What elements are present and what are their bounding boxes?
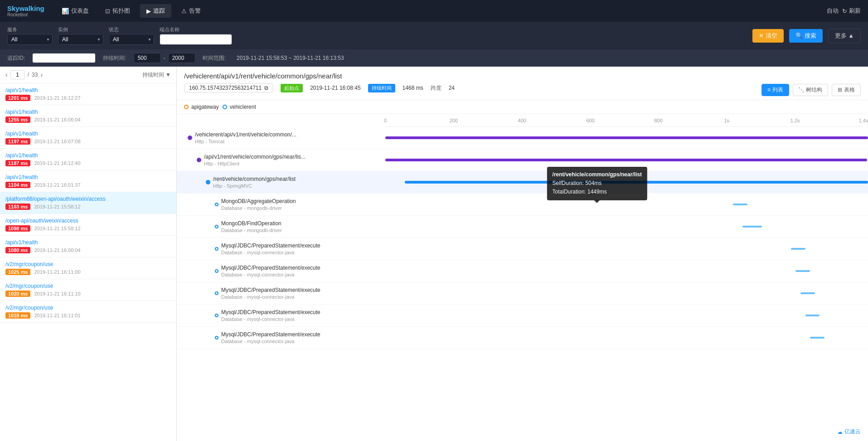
span-row[interactable]: /rent/vehicle/common/gps/near/list Http … — [177, 171, 868, 194]
trace-link[interactable]: /api/v1/health — [5, 109, 171, 115]
trace-badge: 1187 ms — [5, 160, 30, 166]
span-row[interactable]: /api/v1/rent/vehicle/common/gps/near/lis… — [177, 149, 868, 171]
trace-detail-title: /vehiclerent/api/v1/rent/vehicle/common/… — [184, 72, 861, 80]
span-dot — [215, 314, 218, 317]
view-tree-button[interactable]: ⋱ 树结构 — [793, 84, 828, 96]
view-list-button[interactable]: ≡ 列表 — [761, 84, 789, 96]
trace-meta: 1080 ms 2019-11-21 16:00:04 — [5, 247, 171, 253]
view-table-button[interactable]: ⊞ 表格 — [832, 84, 861, 96]
trace-item[interactable]: /platform88/open-api/oauth/weixin/access… — [0, 192, 176, 214]
refresh-icon: ↻ — [842, 8, 847, 15]
endpoint-input[interactable] — [160, 34, 232, 45]
trace-link[interactable]: /open-api/oauth/weixin/access — [5, 218, 171, 224]
search-button[interactable]: 🔍 搜索 — [789, 29, 823, 43]
nav-trace[interactable]: ▶ 追踪 — [140, 4, 171, 18]
span-name: Mysql/JDBC/PreparedStatement/execute — [221, 287, 320, 293]
trace-item[interactable]: /v2/mgr/coupon/use 1018 ms 2019-11-21 16… — [0, 301, 176, 323]
span-row[interactable]: Mysql/JDBC/PreparedStatement/execute Dat… — [177, 327, 868, 349]
span-row[interactable]: /vehiclerent/api/v1/rent/vehicle/common/… — [177, 127, 868, 149]
trace-badge: 1018 ms — [5, 312, 30, 319]
trace-meta: 1201 ms 2019-11-21 16:12:27 — [5, 95, 171, 101]
nav-dashboard[interactable]: 📊 仪表盘 — [55, 4, 95, 18]
span-bar-area — [385, 218, 868, 236]
span-row[interactable]: Mysql/JDBC/PreparedStatement/execute Dat… — [177, 238, 868, 260]
duration-min-input[interactable] — [134, 53, 161, 63]
sort-button[interactable]: 持续时间 ▼ — [142, 71, 171, 79]
nav-alert[interactable]: ⚠ 告警 — [175, 4, 207, 18]
service-select[interactable]: All — [7, 34, 53, 45]
trace-item[interactable]: /v2/mgr/coupon/use 1025 ms 2019-11-21 16… — [0, 257, 176, 279]
span-dot — [215, 225, 218, 228]
trace-badge: 1098 ms — [5, 225, 30, 232]
trace-link[interactable]: /api/v1/health — [5, 152, 171, 159]
trace-link[interactable]: /api/v1/health — [5, 87, 171, 93]
page-number-input[interactable] — [10, 70, 25, 79]
instance-filter: 实例 All — [58, 26, 103, 45]
service-name: vehiclerent — [230, 104, 256, 110]
trace-time: 2019-11-21 16:11:01 — [34, 313, 80, 318]
trace-item[interactable]: /api/v1/health 1104 ms 2019-11-21 16:01:… — [0, 170, 176, 192]
trace-item[interactable]: /api/v1/health 1255 ms 2019-11-21 16:06:… — [0, 105, 176, 127]
trace-link[interactable]: /v2/mgr/coupon/use — [5, 305, 171, 311]
ruler-label: 1.2s — [790, 118, 800, 123]
span-sub: Database - mongodb-driver — [221, 228, 282, 233]
clear-label: 清空 — [766, 32, 777, 40]
trace-item[interactable]: /v2/mgr/coupon/use 1020 ms 2019-11-21 16… — [0, 279, 176, 301]
span-name: /api/v1/rent/vehicle/common/gps/near/lis… — [204, 154, 305, 160]
sort-icon: ▼ — [165, 72, 171, 78]
span-text: Mysql/JDBC/PreparedStatement/execute Dat… — [221, 265, 320, 277]
trace-item[interactable]: /api/v1/health 1201 ms 2019-11-21 16:12:… — [0, 83, 176, 105]
trace-item[interactable]: /api/v1/health 1197 ms 2019-11-21 16:07:… — [0, 127, 176, 149]
trace-badge: 1020 ms — [5, 291, 30, 297]
service-dot — [223, 105, 227, 109]
chart-icon: 📊 — [62, 8, 69, 15]
more-button[interactable]: 更多 ▲ — [828, 29, 861, 43]
span-row[interactable]: Mysql/JDBC/PreparedStatement/execute Dat… — [177, 260, 868, 282]
nav-topology[interactable]: ⊡ 拓扑图 — [99, 4, 136, 18]
span-label: 跨度 — [431, 84, 441, 92]
span-bar-area — [385, 306, 868, 325]
trace-meta: 1020 ms 2019-11-21 16:11:10 — [5, 291, 171, 297]
refresh-button[interactable]: ↻ 刷新 — [842, 7, 861, 15]
trace-link[interactable]: /platform88/open-api/oauth/weixin/access — [5, 196, 171, 202]
span-row[interactable]: MongoDB/AggregateOperation Database - mo… — [177, 194, 868, 216]
nav-dashboard-label: 仪表盘 — [71, 7, 89, 15]
auto-button[interactable]: 自动 — [827, 7, 839, 15]
alert-icon: ⚠ — [181, 8, 187, 15]
instance-select[interactable]: All — [58, 34, 103, 45]
span-row[interactable]: Mysql/JDBC/PreparedStatement/execute Dat… — [177, 305, 868, 327]
span-dot — [215, 336, 218, 339]
span-text: /vehiclerent/api/v1/rent/vehicle/common/… — [195, 131, 296, 144]
trace-item[interactable]: /open-api/oauth/weixin/access 1098 ms 20… — [0, 214, 176, 236]
trace-link[interactable]: /v2/mgr/coupon/use — [5, 283, 171, 289]
trace-link[interactable]: /v2/mgr/coupon/use — [5, 261, 171, 267]
trace-icon: ▶ — [146, 8, 151, 15]
span-row[interactable]: Mysql/JDBC/PreparedStatement/execute Dat… — [177, 282, 868, 305]
trace-meta: 1197 ms 2019-11-21 16:07:08 — [5, 138, 171, 145]
duration-value: 1468 ms — [402, 85, 423, 91]
timeline-ruler: 02004006008001s1.2s1.4s — [385, 114, 863, 127]
top-navigation: Skywalking Rocketbot 📊 仪表盘 ⊡ 拓扑图 ▶ 追踪 ⚠ … — [0, 0, 868, 22]
trace-link[interactable]: /api/v1/health — [5, 174, 171, 180]
view-buttons: ≡ 列表 ⋱ 树结构 ⊞ 表格 — [761, 84, 861, 96]
duration-max-input[interactable] — [168, 53, 195, 63]
topology-icon: ⊡ — [105, 8, 110, 15]
span-bar — [733, 204, 747, 205]
status-select[interactable]: All — [109, 34, 154, 45]
span-bar-area — [385, 284, 868, 302]
table-icon: ⊞ — [838, 87, 842, 93]
trace-link[interactable]: /api/v1/health — [5, 239, 171, 246]
span-row[interactable]: MongoDB/FindOperation Database - mongodb… — [177, 216, 868, 238]
span-name: /rent/vehicle/common/gps/near/list — [213, 176, 296, 182]
clear-button[interactable]: ✕ 清空 — [752, 29, 784, 43]
trace-id-input[interactable] — [32, 53, 96, 63]
service-tag[interactable]: apigateway — [184, 104, 219, 110]
prev-page-button[interactable]: ‹ — [5, 71, 8, 78]
next-page-button[interactable]: › — [40, 71, 43, 78]
service-tag[interactable]: vehiclerent — [223, 104, 256, 110]
trace-item[interactable]: /api/v1/health 1080 ms 2019-11-21 16:00:… — [0, 236, 176, 257]
trace-item[interactable]: /api/v1/health 1187 ms 2019-11-21 16:12:… — [0, 149, 176, 170]
trace-link[interactable]: /api/v1/health — [5, 131, 171, 137]
cloud-icon: ☁ — [837, 429, 843, 435]
copy-icon[interactable]: ⧉ — [264, 85, 268, 91]
